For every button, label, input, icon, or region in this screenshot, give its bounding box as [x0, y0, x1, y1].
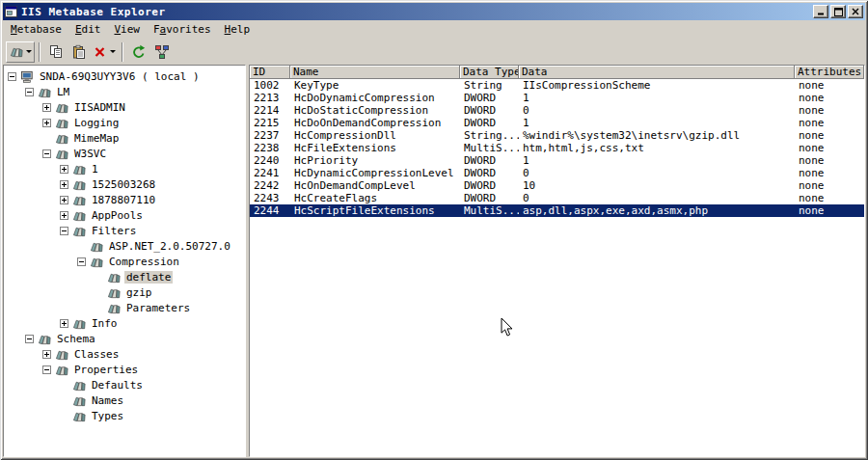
expand-toggle-icon[interactable] — [60, 319, 68, 328]
expand-toggle-icon[interactable] — [42, 119, 51, 127]
app-window: IIS Metabase Explorer MetabaseEditViewFa… — [0, 0, 868, 460]
expand-toggle-icon[interactable] — [42, 365, 51, 374]
tree-pane[interactable]: SNDA-69Q3UYY3V6 ( local )LMIISADMINLoggi… — [3, 65, 246, 457]
table-row[interactable]: 2238HcFileExtensionsMultiS...htm,html,js… — [250, 142, 864, 154]
table-row[interactable]: 2242HcOnDemandCompLevelDWORD10none — [250, 179, 864, 192]
expand-toggle-icon[interactable] — [60, 211, 68, 220]
table-row[interactable]: 1002KeyTypeStringIIsCompressionSchemenon… — [250, 79, 864, 92]
tree-item-parameters[interactable]: Parameters — [4, 300, 245, 315]
cell-data-type: DWORD — [460, 167, 519, 179]
table-row[interactable]: 2241HcDynamicCompressionLevelDWORD0none — [250, 167, 864, 179]
keys-icon — [71, 315, 87, 331]
tree-label: W3SVC — [72, 148, 108, 160]
tree-label: Compression — [107, 256, 181, 268]
column-header-id[interactable]: ID — [250, 66, 290, 79]
cell-name: HcDoOnDemandCompression — [290, 117, 460, 129]
tree-item-filters[interactable]: Filters — [4, 223, 245, 238]
tree-item-properties[interactable]: Properties — [4, 362, 245, 377]
table-row[interactable]: 2244HcScriptFileExtensionsMultiS...asp,d… — [250, 204, 864, 217]
new-record-button[interactable] — [6, 41, 35, 63]
table-row[interactable]: 2237HcCompressionDllString...%windir%\sy… — [250, 129, 864, 142]
connect-button[interactable] — [150, 41, 174, 63]
table-row[interactable]: 2240HcPriorityDWORD1none — [250, 154, 864, 167]
dropdown-arrow-icon[interactable] — [26, 50, 32, 53]
tree-item-defaults[interactable]: Defaults — [4, 377, 245, 392]
app-icon — [5, 5, 18, 18]
tree-label: Classes — [72, 348, 121, 361]
tree-label: MimeMap — [72, 132, 121, 145]
maximize-button[interactable] — [830, 5, 846, 18]
table-row[interactable]: 2215HcDoOnDemandCompressionDWORD1none — [250, 117, 864, 129]
column-header-name[interactable]: Name — [290, 66, 460, 79]
tree-item-gzip[interactable]: gzip — [4, 284, 245, 300]
delete-button[interactable] — [91, 41, 118, 63]
cell-name: HcFileExtensions — [290, 142, 460, 154]
expand-toggle-icon[interactable] — [25, 335, 34, 343]
cell-attributes: none — [795, 192, 828, 204]
window-controls — [811, 5, 863, 18]
cell-data: 1 — [519, 117, 795, 129]
tree-item-asp-net-2-0-50727-0[interactable]: ASP.NET_2.0.50727.0 — [4, 238, 245, 254]
keys-icon — [71, 161, 87, 176]
tree-item-names[interactable]: Names — [4, 392, 245, 408]
tree-item-1[interactable]: 1 — [4, 161, 245, 176]
tree-label: IISADMIN — [72, 101, 127, 114]
copy-button[interactable] — [44, 41, 68, 63]
expand-toggle-icon[interactable] — [60, 227, 68, 235]
tree-item-lm[interactable]: LM — [4, 84, 245, 99]
expand-toggle-icon[interactable] — [77, 257, 86, 266]
expand-toggle-icon[interactable] — [42, 350, 51, 359]
cell-name: HcDoStaticCompression — [290, 104, 460, 117]
expand-toggle-icon[interactable] — [42, 103, 51, 112]
table-row[interactable]: 2243HcCreateFlagsDWORD0none — [250, 192, 864, 204]
refresh-button[interactable] — [127, 41, 150, 63]
expand-toggle-icon[interactable] — [42, 149, 51, 158]
table-row[interactable]: 2213HcDoDynamicCompressionDWORD1none — [250, 92, 864, 104]
keys-icon — [54, 346, 69, 362]
keys-icon — [54, 115, 69, 130]
tree-item-classes[interactable]: Classes — [4, 346, 245, 362]
tree-item-1525003268[interactable]: 1525003268 — [4, 176, 245, 192]
tree-item-schema[interactable]: Schema — [4, 331, 245, 346]
tree-item-logging[interactable]: Logging — [4, 115, 245, 130]
list-body[interactable]: 1002KeyTypeStringIIsCompressionSchemenon… — [250, 79, 864, 456]
close-button[interactable] — [848, 5, 863, 18]
tree-item-iisadmin[interactable]: IISADMIN — [4, 99, 245, 115]
tree-item-apppools[interactable]: AppPools — [4, 207, 245, 223]
column-header-data[interactable]: Data — [519, 66, 795, 79]
menu-item-metabase[interactable]: Metabase — [4, 21, 68, 38]
expand-toggle-icon[interactable] — [8, 72, 16, 81]
keys-icon — [54, 362, 69, 377]
column-header-data-type[interactable]: Data Type — [460, 66, 519, 79]
cell-id: 2242 — [250, 179, 290, 192]
tree-item-snda-69q3uyy3v6-local[interactable]: SNDA-69Q3UYY3V6 ( local ) — [4, 68, 245, 84]
menu-item-help[interactable]: Help — [218, 21, 258, 38]
keys-icon — [71, 377, 87, 392]
cell-name: HcOnDemandCompLevel — [290, 179, 460, 192]
tree-label: AppPools — [90, 209, 145, 222]
tree-item-w3svc[interactable]: W3SVC — [4, 146, 245, 161]
titlebar: IIS Metabase Explorer — [3, 3, 865, 20]
tree-item-types[interactable]: Types — [4, 408, 245, 423]
tree-item-compression[interactable]: Compression — [4, 254, 245, 269]
table-row[interactable]: 2214HcDoStaticCompressionDWORD0none — [250, 104, 864, 117]
tree-item-deflate[interactable]: deflate — [4, 269, 245, 284]
paste-button[interactable] — [68, 41, 91, 63]
tree-label: Names — [90, 394, 125, 407]
minimize-button[interactable] — [813, 5, 828, 18]
menu-item-view[interactable]: View — [107, 21, 147, 38]
expand-toggle-icon[interactable] — [60, 180, 68, 189]
toolbar-separator — [122, 42, 123, 62]
column-header-attributes[interactable]: Attributes — [795, 66, 864, 79]
tree-item-mimemap[interactable]: MimeMap — [4, 130, 245, 146]
expand-toggle-icon[interactable] — [60, 196, 68, 204]
menu-item-edit[interactable]: Edit — [68, 21, 108, 38]
expand-toggle-icon[interactable] — [25, 88, 34, 96]
tree-item-info[interactable]: Info — [4, 315, 245, 331]
expand-toggle-icon[interactable] — [60, 165, 68, 174]
cell-id: 2213 — [250, 92, 290, 104]
dropdown-arrow-icon[interactable] — [110, 50, 116, 53]
tree-item-1878807110[interactable]: 1878807110 — [4, 192, 245, 207]
cell-attributes: none — [795, 104, 828, 117]
menu-item-favorites[interactable]: Favorites — [147, 21, 218, 38]
